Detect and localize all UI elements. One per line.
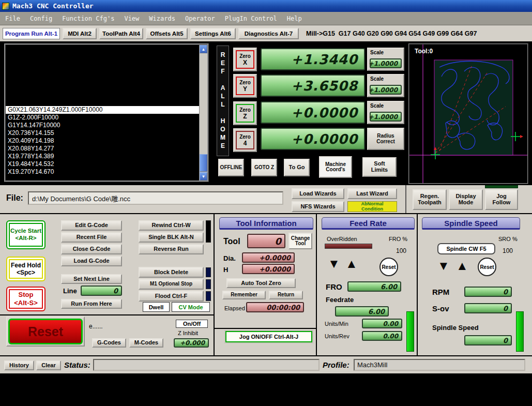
menu-view[interactable]: View <box>124 15 139 22</box>
block-delete-button[interactable]: Block Delete <box>139 267 204 278</box>
x-axis-dro[interactable]: +1.3440 <box>261 48 365 70</box>
tab-settings[interactable]: Settings Alt6 <box>190 28 236 39</box>
display-mode-button[interactable]: Display Mode <box>449 189 483 210</box>
set-next-line-button[interactable]: Set Next Line <box>61 274 122 284</box>
scroll-down-icon[interactable]: ▼ <box>200 172 207 181</box>
gcodes-button[interactable]: G-Codes <box>92 338 126 348</box>
tool-number-dro[interactable]: 0 <box>247 234 285 248</box>
load-gcode-button[interactable]: Load G-Code <box>61 256 122 266</box>
radius-correct-button[interactable]: Radius Correct <box>367 128 404 150</box>
remember-button[interactable]: Remember <box>222 291 266 299</box>
spindle-cw-button[interactable]: Spindle CW F5 <box>437 243 495 254</box>
menu-wizards[interactable]: Wizards <box>149 15 175 22</box>
gcode-line[interactable]: X19.270Y14.670 <box>6 168 199 176</box>
menu-function-cfgs[interactable]: Function Cfg's <box>62 15 114 22</box>
menu-plugin-control[interactable]: PlugIn Control <box>225 15 277 22</box>
dwell-indicator[interactable]: Dwell <box>143 302 170 312</box>
gcode-line[interactable]: G1Z-2.000F10000 <box>6 114 199 122</box>
reverse-run-button[interactable]: Reverse Run <box>139 244 204 254</box>
feedrate-dro[interactable]: 6.00 <box>335 306 389 317</box>
cv-mode-indicator[interactable]: CV Mode <box>172 302 210 312</box>
tab-offsets[interactable]: Offsets Alt5 <box>146 28 188 39</box>
scrollbar-thumb[interactable] <box>200 154 207 172</box>
toolpath-display[interactable]: Tool:0 <box>408 43 528 184</box>
zero-z-button[interactable]: Zero Z <box>233 101 257 125</box>
close-gcode-button[interactable]: Close G-Code <box>61 244 122 254</box>
goto-z-button[interactable]: GOTO Z <box>251 159 277 176</box>
offline-button[interactable]: OFFLINE <box>218 159 244 176</box>
spindle-speed-dro[interactable]: 0 <box>464 335 512 345</box>
recent-file-button[interactable]: Recent File <box>61 232 122 243</box>
nfs-wizards-button[interactable]: NFS Wizards <box>292 201 344 212</box>
auto-tool-zero-button[interactable]: Auto Tool Zero <box>226 278 296 288</box>
load-wizards-button[interactable]: Load Wizards <box>292 188 344 199</box>
zero-x-button[interactable]: Zero X <box>233 48 257 71</box>
soft-limits-button[interactable]: Soft Limits <box>362 157 397 177</box>
gcode-line[interactable]: X19.484Y14.532 <box>6 160 199 168</box>
ref-all-home-button[interactable]: REF ALL HOME <box>217 46 229 156</box>
rewind-button[interactable]: Rewind Ctrl-W <box>139 220 204 231</box>
scroll-up-icon[interactable]: ▲ <box>200 45 207 53</box>
scale-x-value[interactable]: +1.0000 <box>370 58 402 68</box>
units-rev-dro[interactable]: 0.00 <box>362 331 402 341</box>
mcodes-button[interactable]: M-Codes <box>129 338 163 348</box>
menu-operator[interactable]: Operator <box>185 15 215 22</box>
y-axis-dro[interactable]: +3.6508 <box>261 74 365 97</box>
reset-button[interactable]: Reset <box>6 317 85 347</box>
zero-4-button[interactable]: Zero 4 <box>233 128 257 152</box>
flood-button[interactable]: Flood Ctrl-F <box>139 291 204 302</box>
return-button[interactable]: Return <box>269 291 303 299</box>
zero-y-button[interactable]: Zero Y <box>233 74 257 98</box>
z-inhibit-onoff-button[interactable]: On/Off <box>176 320 208 328</box>
gcode-line-current[interactable]: G0X21.063Y14.249Z1.000F10000 <box>6 106 199 114</box>
stop-button[interactable]: Stop <Alt-S> <box>6 287 45 311</box>
change-tool-button[interactable]: Change Tool <box>288 233 312 249</box>
m1-optional-stop-button[interactable]: M1 Optional Stop <box>139 279 204 290</box>
spindle-decrease-arrow[interactable]: ▼ <box>437 260 450 272</box>
line-number-dro[interactable]: 0 <box>81 285 122 296</box>
gcode-line[interactable]: X20.736Y14.155 <box>6 129 199 137</box>
gcode-line[interactable]: X20.088Y14.277 <box>6 145 199 153</box>
single-blk-button[interactable]: Single BLK Alt-N <box>139 232 204 243</box>
menu-config[interactable]: Config <box>30 15 52 22</box>
sov-dro[interactable]: 0 <box>464 303 512 313</box>
feed-decrease-arrow[interactable]: ▼ <box>328 258 340 270</box>
spindle-increase-arrow[interactable]: ▲ <box>456 260 468 272</box>
history-button[interactable]: History <box>4 360 34 370</box>
z-axis-dro[interactable]: +0.0000 <box>261 101 365 124</box>
spindle-reset-button[interactable]: Reset <box>478 258 496 276</box>
jog-follow-button[interactable]: Jog Follow <box>485 189 518 210</box>
gcode-line[interactable]: X19.778Y14.389 <box>6 153 199 160</box>
scale-z-value[interactable]: +1.0000 <box>370 112 402 122</box>
units-min-dro[interactable]: 0.00 <box>362 319 402 328</box>
tab-diagnostics[interactable]: Diagnostics Alt-7 <box>238 28 299 39</box>
cycle-start-button[interactable]: Cycle Start <Alt-R> <box>6 220 45 249</box>
gcode-line[interactable]: X20.409Y14.198 <box>6 137 199 145</box>
feed-increase-arrow[interactable]: ▲ <box>345 258 358 270</box>
title-bar[interactable]: Mach3 CNC Controller <box>0 0 532 12</box>
to-go-button[interactable]: To Go <box>284 159 310 176</box>
abnormal-condition-indicator[interactable]: AbNormal Condition <box>347 201 397 212</box>
regen-toolpath-button[interactable]: Regen. Toolpath <box>413 189 447 210</box>
file-path-input[interactable] <box>28 191 283 205</box>
rpm-dro[interactable]: 0 <box>464 287 512 297</box>
tool-diameter-dro[interactable]: +0.0000 <box>242 252 295 263</box>
gcode-line[interactable]: G1Y14.147F10000 <box>6 122 199 129</box>
tool-height-dro[interactable]: +0.0000 <box>242 264 295 274</box>
fro-dro[interactable]: 6.00 <box>347 281 401 292</box>
menu-file[interactable]: File <box>5 15 20 22</box>
machine-coords-button[interactable]: Machine Coord's <box>319 156 352 178</box>
gcode-view[interactable]: G0X21.063Y14.249Z1.000F10000 G1Z-2.000F1… <box>6 45 199 181</box>
gcode-list-panel[interactable]: G0X21.063Y14.249Z1.000F10000 G1Z-2.000F1… <box>4 43 209 182</box>
a-axis-dro[interactable]: +0.0000 <box>261 128 365 150</box>
gcode-scrollbar[interactable]: ▲ ▼ <box>199 45 207 181</box>
scale-y-value[interactable]: +1.0000 <box>370 85 402 95</box>
clear-button[interactable]: Clear <box>36 360 61 370</box>
feed-reset-button[interactable]: Reset <box>379 258 398 276</box>
jog-onoff-button[interactable]: Jog ON/OFF Ctrl-Alt-J <box>225 331 312 342</box>
tab-mdi[interactable]: MDI Alt2 <box>63 28 97 39</box>
tab-toolpath[interactable]: ToolPath Alt4 <box>99 28 143 39</box>
feed-hold-button[interactable]: Feed Hold <Spc> <box>6 257 45 281</box>
last-wizard-button[interactable]: Last Wizard <box>347 188 397 199</box>
edit-gcode-button[interactable]: Edit G-Code <box>61 220 122 231</box>
